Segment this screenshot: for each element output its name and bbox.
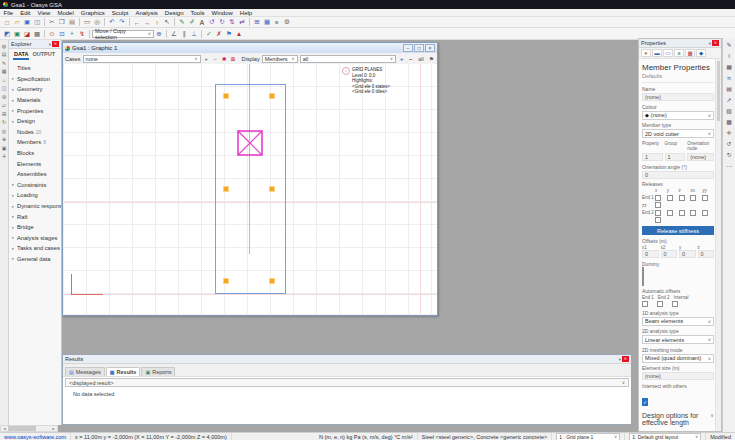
- line-perpendicular-icon[interactable]: ⊥: [189, 29, 199, 38]
- map-tool-icon[interactable]: ◍: [1, 42, 8, 49]
- end2-release-checkbox[interactable]: [667, 210, 673, 216]
- pan-right-icon[interactable]: →: [142, 18, 152, 27]
- autohide-pin-icon[interactable]: ▾: [619, 357, 621, 362]
- flip-vertical-icon[interactable]: ⇅: [227, 18, 237, 27]
- flip-horizontal-icon[interactable]: ⇄: [237, 18, 247, 27]
- end2-release-checkbox[interactable]: [679, 210, 685, 216]
- annotate-icon[interactable]: A: [197, 18, 207, 27]
- menu-item[interactable]: Analysis: [132, 10, 161, 16]
- list-remove-icon[interactable]: −: [407, 55, 414, 62]
- grid-view-icon[interactable]: ⊞: [252, 18, 262, 27]
- dummy-checkbox[interactable]: [642, 267, 644, 286]
- sculpt-pencil-icon[interactable]: ✎: [177, 18, 187, 27]
- display-dropdown[interactable]: Members ∨: [262, 55, 298, 63]
- paste-icon[interactable]: ▤: [67, 18, 77, 27]
- hatch-tool-icon[interactable]: ▧: [725, 106, 734, 115]
- displayed-result-dropdown[interactable]: <displayed result> ∨: [65, 378, 629, 387]
- void-cutter-member[interactable]: [237, 130, 263, 156]
- table-tool-icon[interactable]: ▤: [1, 51, 8, 58]
- explorer-tree-item[interactable]: ▸ General data: [9, 254, 61, 265]
- rotate-left-icon[interactable]: ↺: [725, 139, 734, 148]
- move-copy-dropdown[interactable]: Move / Copy selection ∨: [92, 30, 154, 38]
- menu-item[interactable]: Design: [161, 10, 187, 16]
- case-props-icon[interactable]: ▦: [685, 49, 695, 57]
- grid-edit-icon[interactable]: ▦: [725, 62, 734, 71]
- meshing-mode-dropdown[interactable]: Mixed (quad dominant) ∨: [642, 354, 714, 363]
- copy-tool-icon[interactable]: ◫: [1, 85, 8, 92]
- more-tools-icon[interactable]: ⋯: [725, 161, 734, 170]
- explorer-tree-item[interactable]: Blocks: [9, 148, 61, 159]
- node-marker[interactable]: [270, 94, 274, 98]
- gear-tool-icon[interactable]: ⚙: [1, 93, 8, 100]
- flag-icon[interactable]: ⚑: [224, 29, 234, 38]
- new-file-icon[interactable]: □: [2, 18, 12, 27]
- tab-messages[interactable]: ▤ Messages: [65, 367, 105, 376]
- clear-check-icon[interactable]: ✗: [214, 29, 224, 38]
- explorer-tree-item[interactable]: ▸ Dynamic response: [9, 201, 61, 212]
- polyline-tool-icon[interactable]: ✎: [725, 40, 734, 49]
- design-props-icon[interactable]: ◆: [696, 49, 706, 57]
- sculpt-pen-icon[interactable]: ✐: [187, 18, 197, 27]
- rotate-ccw-icon[interactable]: ↺: [207, 18, 217, 27]
- menu-item[interactable]: Edit: [17, 10, 34, 16]
- case-remove-icon[interactable]: −: [212, 55, 219, 62]
- element-props-icon[interactable]: ▬: [652, 49, 662, 57]
- oasys-website-link[interactable]: www.oasys-software.com: [4, 434, 66, 440]
- pin-view-icon[interactable]: ⚑: [428, 55, 435, 62]
- explorer-tree-item[interactable]: ▸ Properties: [9, 105, 61, 116]
- open-file-icon[interactable]: ▱: [12, 18, 22, 27]
- list-all-button[interactable]: all: [416, 55, 426, 62]
- grid-tool-icon[interactable]: ⊞: [1, 110, 8, 117]
- scroll-thumb[interactable]: [8, 426, 36, 431]
- node-marker[interactable]: [224, 187, 228, 191]
- globe-tool-icon[interactable]: ⊕: [1, 136, 8, 143]
- highlight-edges-icon[interactable]: ◪: [22, 29, 32, 38]
- member-type-dropdown[interactable]: 2D void cutter ∨: [642, 129, 714, 138]
- region-tool-icon[interactable]: ▩: [725, 117, 734, 126]
- auto-offset-internal-checkbox[interactable]: [672, 301, 678, 307]
- tab-output[interactable]: OUTPUT: [31, 51, 56, 60]
- shrink-elements-icon[interactable]: ▣: [12, 29, 22, 38]
- update-icon[interactable]: ⊕: [154, 29, 164, 38]
- node-marker[interactable]: [270, 187, 274, 191]
- menu-item[interactable]: Graphics: [77, 10, 108, 16]
- explorer-tree-item[interactable]: ▸ Specification: [9, 74, 61, 85]
- explorer-tree-item[interactable]: Members 8: [9, 137, 61, 148]
- property-field[interactable]: 1: [642, 153, 663, 161]
- pencil-tool-icon[interactable]: ✎: [1, 59, 8, 66]
- mail-tool-icon[interactable]: ▦: [1, 68, 8, 75]
- menu-item[interactable]: Window: [208, 10, 236, 16]
- offset-field[interactable]: 0: [661, 250, 678, 258]
- graphic-canvas[interactable]: i GRID PLANESLevel 0: 0,0Highlights:<Gri…: [64, 64, 437, 314]
- label-nodes-icon[interactable]: ⊙: [47, 29, 57, 38]
- print-preview-icon[interactable]: ◎: [92, 18, 102, 27]
- rotate-right-icon[interactable]: ↻: [725, 150, 734, 159]
- end1-release-checkbox[interactable]: [655, 195, 661, 201]
- scroll-thumb[interactable]: [717, 61, 720, 121]
- auto-offset-end2-checkbox[interactable]: [657, 301, 663, 307]
- scroll-left-icon[interactable]: ◂: [1, 426, 8, 431]
- cross-tool-icon[interactable]: ✛: [1, 153, 8, 160]
- end2-release-checkbox[interactable]: [655, 210, 661, 216]
- explorer-tree-item[interactable]: Nodes 20: [9, 127, 61, 138]
- explorer-tree-item[interactable]: ▸ Design: [9, 116, 61, 127]
- case-add-icon[interactable]: +: [203, 55, 210, 62]
- table-edit-icon[interactable]: ▤: [725, 84, 734, 93]
- tab-data[interactable]: DATA: [13, 51, 29, 60]
- cut-icon[interactable]: ✂: [47, 18, 57, 27]
- cursor-icon[interactable]: ↖: [162, 18, 172, 27]
- specify-cases-icon[interactable]: ✱: [221, 55, 228, 62]
- minimize-icon[interactable]: −: [403, 44, 413, 52]
- analysis-2d-dropdown[interactable]: Linear elements ∨: [642, 335, 714, 344]
- outline-icon[interactable]: ▩: [32, 29, 42, 38]
- list-props-icon[interactable]: ≡: [674, 49, 684, 57]
- auto-offset-end1-checkbox[interactable]: [642, 301, 648, 307]
- list-add-icon[interactable]: +: [398, 55, 405, 62]
- explorer-tree-item[interactable]: ▸ Bridge: [9, 222, 61, 233]
- scroll-right-icon[interactable]: ▸: [50, 426, 57, 431]
- node-marker[interactable]: [224, 279, 228, 283]
- offset-field[interactable]: 0: [642, 250, 659, 258]
- maximize-icon[interactable]: □: [414, 44, 424, 52]
- menu-item[interactable]: Sculpt: [108, 10, 132, 16]
- cross-marker-icon[interactable]: ✛: [725, 128, 734, 137]
